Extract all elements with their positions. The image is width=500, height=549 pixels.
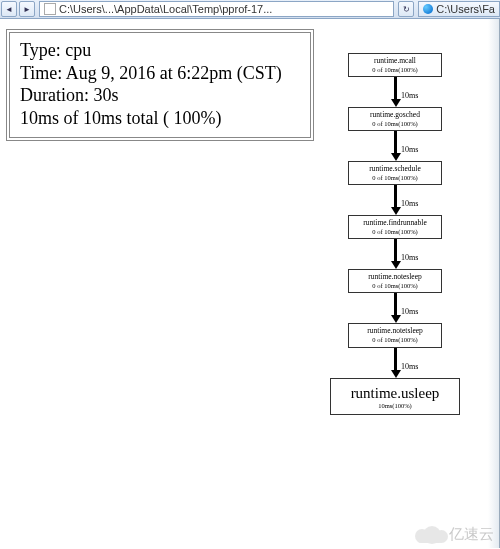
node-subtitle: 0 of 10ms(100%) [351, 282, 439, 289]
edge-label: 10ms [401, 307, 418, 316]
profile-info-box: Type: cpu Time: Aug 9, 2016 at 6:22pm (C… [6, 29, 314, 141]
node-subtitle: 0 of 10ms(100%) [351, 228, 439, 235]
node-title: runtime.notetsleep [351, 327, 439, 336]
forward-button[interactable]: ► [19, 1, 35, 17]
edge-label: 10ms [401, 145, 418, 154]
graph-node-3[interactable]: runtime.findrunnable0 of 10ms(100%) [348, 215, 442, 239]
address-text: C:\Users\...\AppData\Local\Temp\pprof-17… [59, 3, 272, 15]
page-canvas: Type: cpu Time: Aug 9, 2016 at 6:22pm (C… [0, 19, 500, 548]
node-subtitle: 0 of 10ms(100%) [351, 174, 439, 181]
ie-icon [423, 4, 433, 14]
tab-title: C:\Users\Fa [436, 3, 495, 15]
node-subtitle: 0 of 10ms(100%) [351, 120, 439, 127]
page-icon [44, 3, 56, 15]
node-title: runtime.mcall [351, 57, 439, 66]
browser-toolbar: ◄ ► C:\Users\...\AppData\Local\Temp\ppro… [0, 0, 500, 19]
refresh-button[interactable]: ↻ [398, 1, 414, 17]
info-type: Type: cpu [20, 39, 300, 62]
node-subtitle: 0 of 10ms(100%) [351, 336, 439, 343]
watermark-text: 亿速云 [449, 525, 494, 544]
call-graph: runtime.mcall0 of 10ms(100%)10msruntime.… [330, 53, 460, 415]
node-title: runtime.gosched [351, 111, 439, 120]
info-duration: Duration: 30s [20, 84, 300, 107]
back-button[interactable]: ◄ [1, 1, 17, 17]
node-title: runtime.findrunnable [351, 219, 439, 228]
info-total: 10ms of 10ms total ( 100%) [20, 107, 300, 130]
graph-node-5[interactable]: runtime.notetsleep0 of 10ms(100%) [348, 323, 442, 347]
graph-node-1[interactable]: runtime.gosched0 of 10ms(100%) [348, 107, 442, 131]
cloud-icon [415, 527, 445, 543]
watermark: 亿速云 [415, 525, 494, 544]
edge-label: 10ms [401, 253, 418, 262]
node-subtitle: 10ms(100%) [335, 402, 455, 410]
node-title: runtime.notesleep [351, 273, 439, 282]
node-subtitle: 0 of 10ms(100%) [351, 66, 439, 73]
graph-node-final[interactable]: runtime.usleep10ms(100%) [330, 378, 460, 416]
node-title: runtime.schedule [351, 165, 439, 174]
graph-node-2[interactable]: runtime.schedule0 of 10ms(100%) [348, 161, 442, 185]
browser-tab[interactable]: C:\Users\Fa [418, 1, 500, 17]
node-title: runtime.usleep [335, 384, 455, 402]
graph-node-0[interactable]: runtime.mcall0 of 10ms(100%) [348, 53, 442, 77]
address-bar[interactable]: C:\Users\...\AppData\Local\Temp\pprof-17… [39, 1, 394, 17]
edge-label: 10ms [401, 362, 418, 371]
edge-label: 10ms [401, 199, 418, 208]
graph-node-4[interactable]: runtime.notesleep0 of 10ms(100%) [348, 269, 442, 293]
info-time: Time: Aug 9, 2016 at 6:22pm (CST) [20, 62, 300, 85]
edge-label: 10ms [401, 91, 418, 100]
